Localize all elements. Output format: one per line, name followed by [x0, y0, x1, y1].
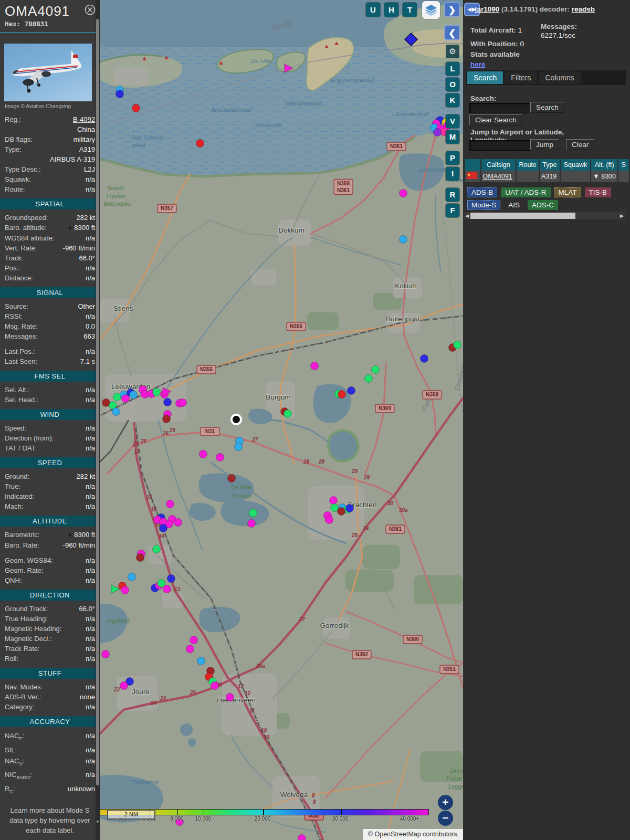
column-header[interactable]: Alt. (ft) — [591, 159, 617, 171]
stats-link[interactable]: here — [470, 60, 486, 68]
aircraft-dot[interactable] — [136, 554, 144, 562]
aircraft-dot[interactable] — [166, 500, 174, 508]
aircraft-dot[interactable] — [196, 140, 204, 148]
route-cell[interactable] — [517, 171, 539, 182]
aircraft-dot[interactable] — [330, 497, 338, 505]
search-button[interactable]: Search — [530, 102, 564, 113]
scroll-left-icon[interactable]: ◀ — [465, 212, 469, 219]
column-header[interactable]: Route — [517, 159, 539, 171]
map-button-U[interactable]: U — [366, 3, 380, 17]
aircraft-dot[interactable] — [121, 586, 129, 594]
map-button-I[interactable]: I — [446, 167, 459, 181]
aircraft-dot[interactable] — [167, 575, 175, 583]
aircraft-dot[interactable] — [211, 682, 219, 690]
badge-tisb[interactable]: TIS-B — [585, 187, 612, 197]
aircraft-photo[interactable] — [4, 44, 92, 101]
aircraft-dot[interactable] — [153, 545, 161, 553]
zoom-in-button[interactable]: + — [438, 795, 453, 810]
aircraft-dot[interactable] — [186, 645, 194, 653]
badge-ais[interactable]: AIS — [504, 200, 524, 210]
aircraft-dot[interactable] — [235, 443, 243, 451]
map-canvas[interactable]: FryslânDe HônEngelsmanplaatAmelanderwadW… — [100, 0, 463, 840]
jump-clear-button[interactable]: Clear — [566, 139, 594, 150]
aircraft-dot[interactable] — [228, 475, 236, 482]
aircraft-dot[interactable] — [372, 366, 380, 374]
expand-panel-button[interactable]: ❯ — [444, 2, 460, 17]
aircraft-dot[interactable] — [326, 516, 333, 524]
map-button-K[interactable]: K — [446, 93, 459, 107]
tab-columns[interactable]: Columns — [539, 71, 580, 84]
map-attribution[interactable]: © OpenStreetMap contributors. — [363, 829, 463, 840]
table-horizontal-scrollbar[interactable]: ◀ ▶ — [464, 212, 625, 219]
aircraft-dot[interactable] — [400, 236, 407, 244]
aircraft-dot[interactable] — [164, 398, 172, 406]
column-header[interactable]: Type — [540, 159, 560, 171]
aircraft-dot[interactable] — [338, 508, 345, 516]
aircraft-dot[interactable] — [122, 395, 130, 403]
column-header[interactable] — [465, 159, 480, 171]
aircraft-dot[interactable] — [454, 341, 461, 349]
scroll-down-icon[interactable]: ▼ — [96, 820, 100, 824]
jump-button[interactable]: Jump — [530, 139, 559, 150]
map-button-H[interactable]: H — [384, 3, 398, 17]
aircraft-dot[interactable] — [116, 90, 124, 98]
aircraft-dot[interactable] — [338, 391, 346, 398]
scroll-right-icon[interactable]: ▶ — [620, 212, 624, 219]
badge-adsb[interactable]: ADS-B — [467, 187, 497, 197]
callsign-cell[interactable]: OMA4091 — [481, 171, 516, 182]
column-header[interactable]: S — [618, 159, 629, 171]
layers-button[interactable] — [422, 1, 440, 19]
aircraft-dot[interactable] — [346, 505, 354, 512]
scrollbar-thumb[interactable] — [96, 19, 99, 785]
selected-position-marker[interactable] — [232, 415, 241, 424]
jump-input[interactable] — [469, 140, 531, 151]
aircraft-dot[interactable] — [298, 835, 306, 840]
altitude-cell[interactable]: ▼ 8300 — [591, 171, 617, 182]
hscroll-thumb[interactable] — [470, 213, 575, 219]
aircraft-dot[interactable] — [163, 585, 171, 593]
aircraft-dot[interactable] — [190, 636, 198, 644]
tab-filters[interactable]: Filters — [505, 71, 537, 84]
map-button-M[interactable]: M — [446, 130, 459, 144]
aircraft-dot[interactable] — [112, 408, 120, 416]
column-header[interactable]: Callsign — [481, 159, 516, 171]
aircraft-dot[interactable] — [120, 682, 128, 690]
aircraft-table-row[interactable]: OMA4091A319▼ 8300 — [465, 171, 629, 182]
aircraft-dot[interactable] — [130, 391, 138, 399]
badge-adsc[interactable]: ADS-C — [528, 200, 558, 210]
map-button-F[interactable]: F — [446, 204, 459, 217]
aircraft-dot[interactable] — [434, 129, 442, 136]
china-flag-icon[interactable] — [465, 171, 480, 182]
speed-cell[interactable] — [618, 171, 629, 182]
map-button-V[interactable]: V — [446, 114, 459, 128]
badge-modes[interactable]: Mode-S — [467, 200, 500, 210]
aircraft-dot[interactable] — [200, 450, 207, 458]
aircraft-dot[interactable] — [284, 410, 292, 418]
map-button-R[interactable]: R — [446, 188, 459, 202]
aircraft-dot[interactable] — [128, 573, 136, 581]
badge-mlat[interactable]: MLAT — [554, 187, 581, 197]
aircraft-dot[interactable] — [153, 388, 161, 396]
map-button-P[interactable]: P — [446, 151, 459, 165]
badge-uat[interactable]: UAT / ADS-R — [501, 187, 550, 197]
readsb-link[interactable]: readsb — [572, 5, 595, 13]
column-header[interactable]: Squawk — [561, 159, 591, 171]
settings-button[interactable]: ⚙ — [446, 45, 459, 58]
search-input[interactable] — [469, 103, 531, 113]
field-value[interactable]: B-4092 — [73, 114, 95, 124]
sidebar-scrollbar[interactable]: ▼ — [96, 0, 100, 840]
tab-search[interactable]: Search — [467, 71, 503, 84]
aircraft-dot[interactable] — [158, 580, 165, 587]
aircraft-dot[interactable] — [179, 399, 187, 407]
aircraft-dot[interactable] — [174, 519, 182, 527]
aircraft-dot[interactable] — [400, 190, 407, 197]
aircraft-dot[interactable] — [163, 415, 171, 423]
aircraft-dot[interactable] — [348, 387, 355, 395]
aircraft-dot[interactable] — [421, 355, 428, 363]
zoom-out-button[interactable]: − — [438, 811, 453, 826]
close-icon[interactable] — [85, 4, 96, 15]
type-cell[interactable]: A319 — [540, 171, 560, 182]
aircraft-dot[interactable] — [248, 520, 256, 528]
clear-search-button[interactable]: Clear Search — [469, 114, 522, 125]
map-button-T[interactable]: T — [403, 3, 417, 17]
